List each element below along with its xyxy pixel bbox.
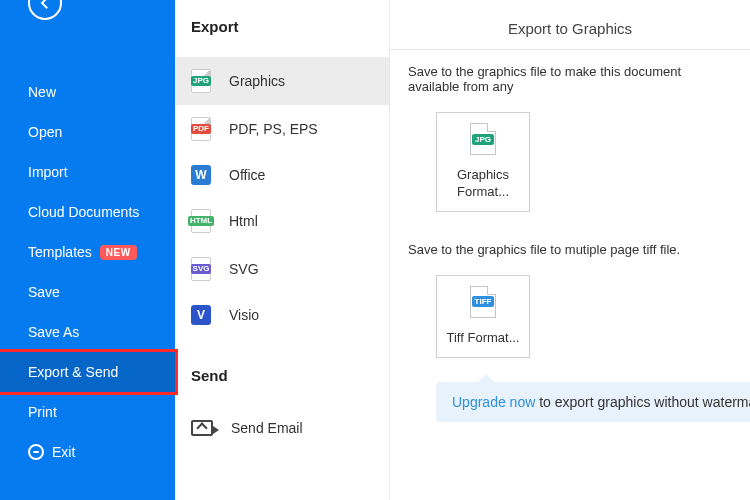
sidebar-item-open[interactable]: Open — [0, 112, 175, 152]
new-badge: NEW — [100, 245, 137, 260]
sidebar-item-label: Save As — [28, 324, 79, 340]
upgrade-link[interactable]: Upgrade now — [452, 394, 535, 410]
export-item-office[interactable]: W Office — [175, 153, 389, 197]
export-item-graphics[interactable]: JPG Graphics — [175, 57, 389, 105]
send-heading: Send — [175, 337, 389, 406]
sidebar-item-save-as[interactable]: Save As — [0, 312, 175, 352]
sidebar-item-label: Open — [28, 124, 62, 140]
visio-icon: V — [191, 305, 211, 325]
html-icon: HTML — [191, 209, 211, 233]
callout-text: to export graphics without watermark! — [535, 394, 750, 410]
send-item-email[interactable]: Send Email — [175, 406, 389, 450]
send-item-label: Send Email — [231, 420, 303, 436]
pdf-icon: PDF — [191, 117, 211, 141]
tile-label: Tiff Format... — [443, 330, 523, 347]
sidebar-item-label: New — [28, 84, 56, 100]
sidebar-item-save[interactable]: Save — [0, 272, 175, 312]
sidebar: New Open Import Cloud Documents Template… — [0, 0, 175, 500]
word-icon: W — [191, 165, 211, 185]
pane-title: Export to Graphics — [408, 0, 732, 49]
export-item-svg[interactable]: SVG SVG — [175, 245, 389, 293]
sidebar-item-import[interactable]: Import — [0, 152, 175, 192]
sidebar-item-label: Exit — [52, 444, 75, 460]
tiff-file-icon: TIFF — [470, 286, 496, 318]
upgrade-callout: Upgrade now to export graphics without w… — [436, 382, 750, 422]
exit-icon — [28, 444, 44, 460]
sidebar-item-new[interactable]: New — [0, 72, 175, 112]
jpg-file-icon: JPG — [470, 123, 496, 155]
graphics-format-tile[interactable]: JPG Graphics Format... — [436, 112, 530, 212]
sidebar-item-exit[interactable]: Exit — [0, 432, 175, 472]
sidebar-item-label: Import — [28, 164, 68, 180]
mail-icon — [191, 420, 213, 436]
export-item-label: Graphics — [229, 73, 285, 89]
export-item-pdf[interactable]: PDF PDF, PS, EPS — [175, 105, 389, 153]
export-pane: Export to Graphics Save to the graphics … — [390, 0, 750, 500]
export-item-label: SVG — [229, 261, 259, 277]
export-item-visio[interactable]: V Visio — [175, 293, 389, 337]
divider — [390, 49, 750, 50]
sidebar-item-export-send[interactable]: Export & Send — [0, 352, 175, 392]
sidebar-item-templates[interactable]: Templates NEW — [0, 232, 175, 272]
export-item-label: Html — [229, 213, 258, 229]
arrow-left-icon — [36, 0, 54, 12]
sidebar-item-label: Export & Send — [28, 364, 118, 380]
sidebar-item-print[interactable]: Print — [0, 392, 175, 432]
export-send-column: Export JPG Graphics PDF PDF, PS, EPS W O… — [175, 0, 390, 500]
export-item-html[interactable]: HTML Html — [175, 197, 389, 245]
tiff-format-tile[interactable]: TIFF Tiff Format... — [436, 275, 530, 358]
jpg-icon: JPG — [191, 69, 211, 93]
sidebar-item-cloud-documents[interactable]: Cloud Documents — [0, 192, 175, 232]
sidebar-item-label: Print — [28, 404, 57, 420]
export-item-label: Visio — [229, 307, 259, 323]
svg-icon: SVG — [191, 257, 211, 281]
graphics-description: Save to the graphics file to make this d… — [408, 64, 732, 94]
export-item-label: Office — [229, 167, 265, 183]
back-button[interactable] — [28, 0, 62, 20]
tiff-description: Save to the graphics file to mutiple pag… — [408, 242, 732, 257]
sidebar-item-label: Templates — [28, 244, 92, 260]
export-heading: Export — [175, 0, 389, 57]
tile-label: Graphics Format... — [443, 167, 523, 201]
export-item-label: PDF, PS, EPS — [229, 121, 318, 137]
sidebar-item-label: Cloud Documents — [28, 204, 139, 220]
sidebar-item-label: Save — [28, 284, 60, 300]
